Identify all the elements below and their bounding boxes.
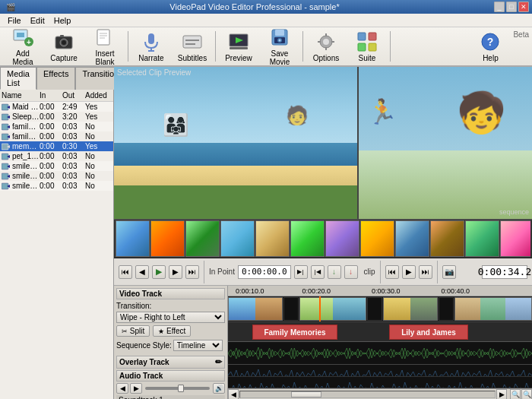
soundtrack-1-waveform: [228, 365, 532, 377]
scroll-left-btn[interactable]: ◀: [228, 389, 239, 400]
film-thumb-3[interactable]: [185, 220, 220, 257]
media-item[interactable]: Sleep Away -... 0:00 3:20 Yes: [0, 112, 113, 122]
film-thumb-10[interactable]: [430, 220, 464, 257]
film-thumb-7[interactable]: [325, 220, 359, 257]
svg-rect-30: [318, 41, 321, 43]
media-item[interactable]: smiles_3 - Cli... 0:00 0:03 No: [0, 161, 113, 171]
toolbar-separator-1: [128, 31, 128, 62]
scroll-track[interactable]: [239, 391, 496, 398]
window-title: VideoPad Video Editor Professional - sam…: [15, 2, 494, 11]
overlay-clip-2[interactable]: Lily and James: [389, 325, 468, 340]
clip-prev-button[interactable]: ⏮: [385, 265, 399, 279]
audio-volume-thumb[interactable]: [178, 385, 184, 392]
overlay-edit-icon[interactable]: ✏: [215, 357, 222, 367]
film-thumb-9[interactable]: [395, 220, 429, 257]
set-out-button[interactable]: |◀: [311, 265, 325, 279]
menu-file[interactable]: File: [3, 15, 26, 26]
scroll-right-btn[interactable]: ▶: [496, 389, 507, 400]
toolbar-separator-2: [215, 31, 216, 62]
media-item[interactable]: pet_1 - Clip 1 0:00 0:03 No: [0, 151, 113, 161]
goto-start-button[interactable]: ⏮: [119, 265, 132, 279]
svg-rect-12: [148, 33, 154, 44]
help-button[interactable]: ? Help: [470, 29, 510, 64]
filmstrip: 0:00:10.0 0:00:20.0 0:00:30.0 0:00:40.0 …: [114, 219, 532, 258]
save-movie-button[interactable]: Save Movie: [260, 29, 299, 64]
media-item[interactable]: smiles_5 - Cli... 0:00 0:03 No: [0, 171, 113, 181]
zoom-out-btn[interactable]: 🔍: [510, 389, 521, 400]
video-clip-1[interactable]: [228, 297, 283, 321]
film-thumb-4[interactable]: [220, 220, 255, 257]
clip-play-button[interactable]: ▶: [402, 265, 416, 279]
goto-end-button[interactable]: ⏭: [185, 265, 199, 279]
save-movie-label: Save Movie: [262, 49, 297, 66]
film-thumb-5[interactable]: [255, 220, 290, 257]
film-thumb-12[interactable]: [500, 220, 530, 257]
zoom-in-btn[interactable]: 🔍: [521, 389, 532, 400]
sequence-preview: sequence 🧒 🏃: [357, 67, 532, 219]
tab-media-list[interactable]: Media List: [0, 67, 36, 90]
menu-help[interactable]: Help: [49, 15, 76, 26]
subtitles-button[interactable]: Subtitles: [173, 29, 212, 64]
preview-button[interactable]: Preview: [219, 29, 258, 64]
transition-select[interactable]: Wipe - Right to Left: [116, 312, 225, 323]
video-clip-2[interactable]: [299, 297, 366, 321]
play-button[interactable]: ▶: [152, 265, 166, 279]
audio-waveform: // Generate waveform lines inline: [228, 342, 532, 365]
audio-play-btn[interactable]: ▶: [130, 383, 142, 394]
media-item-name: memories - C...: [2, 142, 40, 150]
tab-effects[interactable]: Effects: [36, 67, 75, 90]
video-track-content: [228, 296, 532, 322]
narrate-button[interactable]: Narrate: [131, 29, 171, 64]
scroll-thumb[interactable]: [291, 391, 321, 397]
narrate-icon: [141, 31, 162, 52]
capture-button[interactable]: Capture: [44, 29, 84, 64]
media-item[interactable]: memories - C... 0:00 0:30 Yes: [0, 141, 113, 151]
split-button[interactable]: ✂ Split: [116, 325, 150, 337]
overlay-clip-1[interactable]: Family Memories: [252, 325, 337, 340]
media-item[interactable]: family_1 - Cli... 0:00 0:03 No: [0, 122, 113, 131]
effect-button[interactable]: ★ Effect: [153, 325, 191, 337]
set-in-button[interactable]: ▶|: [294, 265, 308, 279]
timeline: 0:00:10.0 0:00:20.0 0:00:30.0 0:00:40.0: [228, 286, 532, 399]
clip-next-button[interactable]: ⏭: [419, 265, 432, 279]
insert-clip-button[interactable]: ↓: [328, 265, 341, 279]
screenshot-button[interactable]: 📷: [442, 265, 456, 279]
media-item[interactable]: family_2 - Cli... 0:00 0:03 No: [0, 131, 113, 141]
timeline-ruler: 0:00:10.0 0:00:20.0 0:00:30.0 0:00:40.0: [228, 286, 532, 296]
media-item[interactable]: Maid with the... 0:00 2:49 Yes: [0, 102, 113, 112]
film-thumb-1[interactable]: [116, 220, 150, 257]
video-clip-4[interactable]: [454, 297, 532, 321]
video-clip-3[interactable]: [383, 297, 438, 321]
suite-icon: [356, 31, 378, 52]
close-button[interactable]: ✕: [518, 2, 529, 12]
suite-button[interactable]: Suite: [347, 29, 387, 64]
menu-edit[interactable]: Edit: [26, 15, 49, 26]
col-name: Name: [2, 91, 40, 100]
append-clip-button[interactable]: ↓: [344, 265, 358, 279]
film-thumb-11[interactable]: [465, 220, 499, 257]
svg-rect-33: [369, 33, 376, 40]
video-file-icon: [2, 173, 11, 180]
maximize-button[interactable]: □: [506, 2, 517, 12]
film-thumb-8[interactable]: [360, 220, 394, 257]
options-button[interactable]: Options: [306, 29, 346, 64]
audio-volume-slider[interactable]: [145, 387, 210, 390]
media-item[interactable]: smiles_7 - Cli... 0:00 0:03 No: [0, 181, 113, 191]
film-thumb-2[interactable]: [150, 220, 185, 257]
window-controls: _ □ ✕: [494, 2, 529, 12]
playhead[interactable]: [319, 296, 321, 321]
svg-point-27: [323, 39, 329, 45]
prev-frame-button[interactable]: ◀: [135, 265, 149, 279]
film-thumb-6[interactable]: [290, 220, 325, 257]
next-frame-button[interactable]: ▶: [169, 265, 182, 279]
options-icon: [315, 31, 337, 52]
transition-label: Transition:: [116, 302, 151, 310]
add-media-label: Add Media: [5, 49, 40, 66]
insert-blank-button[interactable]: Insert Blank: [85, 29, 125, 64]
sequence-style-select[interactable]: Timeline: [173, 340, 223, 351]
in-point-value[interactable]: 0:00:00.0: [238, 265, 291, 279]
add-media-button[interactable]: + Add Media: [3, 29, 43, 64]
audio-prev-btn[interactable]: ◀: [116, 383, 128, 394]
minimize-button[interactable]: _: [494, 2, 505, 12]
audio-mute-btn[interactable]: 🔊: [213, 383, 225, 394]
